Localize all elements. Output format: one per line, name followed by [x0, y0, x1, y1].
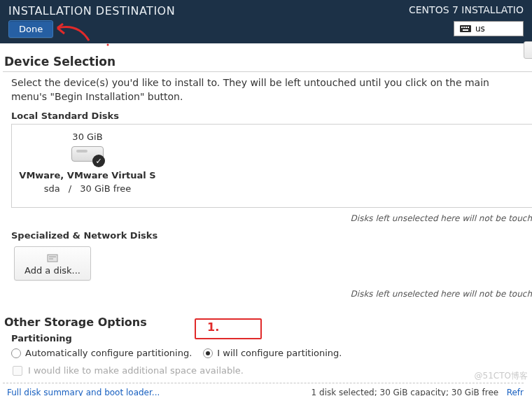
manual-partition-label: I will configure partitioning. — [217, 348, 342, 358]
partitioning-row: Automatically configure partitioning. I … — [3, 346, 532, 360]
svg-rect-5 — [463, 29, 468, 31]
disk-name: VMware, VMware Virtual S — [18, 170, 158, 181]
disk-meta: sda / 30 GiB free — [18, 183, 158, 194]
svg-rect-1 — [461, 27, 463, 28]
installer-title: CENTOS 7 INSTALLATIO — [409, 4, 524, 15]
top-bar: INSTALLATION DESTINATION Done CENTOS 7 I… — [0, 0, 532, 43]
device-selection-intro: Select the device(s) you'd like to insta… — [3, 76, 532, 111]
keyboard-layout-label: us — [475, 24, 485, 34]
local-disks-hint: Disks left unselected here will not be t… — [3, 211, 532, 230]
footer: Full disk summary and boot loader... 1 d… — [3, 383, 532, 396]
additional-space-label: I would like to make additional space av… — [28, 365, 244, 376]
svg-rect-4 — [468, 27, 469, 28]
disk-item[interactable]: 30 GiB ✓ VMware, VMware Virtual S sda / … — [18, 132, 158, 199]
check-icon: ✓ — [92, 155, 105, 167]
content-area: Device Selection Select the device(s) yo… — [0, 43, 532, 396]
disk-size: 30 GiB — [18, 132, 158, 142]
disk-summary-link[interactable]: Full disk summary and boot loader... — [7, 388, 160, 396]
topbar-right: CENTOS 7 INSTALLATIO us — [409, 4, 524, 36]
special-disks-label: Specialized & Network Disks — [3, 230, 532, 243]
svg-rect-2 — [463, 27, 465, 28]
svg-rect-8 — [49, 256, 56, 257]
radio-icon — [11, 348, 21, 358]
special-disks-hint: Disks left unselected here will not be t… — [3, 281, 532, 306]
refresh-link[interactable]: Refr — [507, 388, 524, 396]
footer-status: 1 disk selected; 30 GiB capacity; 30 GiB… — [312, 388, 524, 396]
manual-partition-radio[interactable]: I will configure partitioning. — [203, 348, 342, 358]
device-selection-heading: Device Selection — [3, 50, 532, 72]
svg-rect-3 — [465, 27, 467, 28]
done-button[interactable]: Done — [8, 20, 53, 38]
svg-rect-0 — [460, 25, 471, 32]
disk-icon: ✓ — [71, 146, 104, 164]
auto-partition-radio[interactable]: Automatically configure partitioning. — [11, 348, 192, 358]
keyboard-layout-selector[interactable]: us — [454, 21, 524, 36]
add-disk-label: Add a disk... — [24, 265, 80, 276]
local-disks-label: Local Standard Disks — [3, 111, 532, 124]
partitioning-label: Partitioning — [3, 330, 532, 346]
additional-space-check: I would like to make additional space av… — [3, 360, 532, 380]
help-button[interactable]: Help — [524, 41, 532, 59]
local-disks-shelf: 30 GiB ✓ VMware, VMware Virtual S sda / … — [11, 124, 532, 208]
add-disk-icon — [47, 253, 58, 262]
disk-free: 30 GiB free — [80, 183, 131, 194]
radio-icon — [203, 348, 213, 358]
other-storage-heading: Other Storage Options — [3, 306, 532, 330]
svg-rect-9 — [49, 258, 53, 260]
checkbox-icon — [13, 366, 22, 376]
add-disk-button[interactable]: Add a disk... — [14, 246, 91, 281]
keyboard-icon — [460, 25, 471, 32]
disk-separator: / — [69, 183, 71, 194]
auto-partition-label: Automatically configure partitioning. — [25, 348, 192, 358]
disk-dev: sda — [44, 183, 60, 194]
